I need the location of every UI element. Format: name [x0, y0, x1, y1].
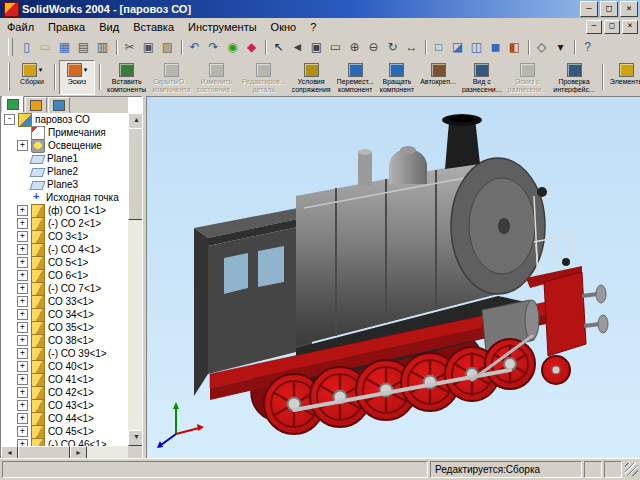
resize-grip[interactable]: [625, 463, 638, 476]
tree-root-item[interactable]: - паровоз СО: [1, 113, 128, 126]
mate-button[interactable]: ▾ Условия сопряжения: [289, 60, 334, 95]
propertymanager-tab[interactable]: [25, 97, 47, 113]
tree-vertical-scrollbar[interactable]: ▲ ▼: [128, 113, 143, 446]
tree-expander[interactable]: +: [17, 400, 28, 411]
print-icon[interactable]: ▤: [74, 37, 93, 58]
copy-icon[interactable]: ▣: [139, 37, 158, 58]
rotate-component-button[interactable]: ▾ Вращать компонент: [377, 60, 417, 95]
tree-expander[interactable]: +: [17, 205, 28, 216]
tree-item[interactable]: + СО 41<1>: [1, 373, 128, 386]
tree-item[interactable]: + СО 43<1>: [1, 399, 128, 412]
print-preview-icon[interactable]: ▥: [93, 37, 112, 58]
tree-expander[interactable]: +: [17, 439, 28, 446]
tree-item[interactable]: + (-) СО 7<1>: [1, 282, 128, 295]
tree-item[interactable]: Исходная точка: [1, 191, 128, 204]
standard-views-icon[interactable]: ◇: [532, 37, 551, 58]
standard-views-arrow-icon[interactable]: ▾: [551, 37, 570, 58]
tree-item[interactable]: + СО 33<1>: [1, 295, 128, 308]
tree-expander[interactable]: +: [17, 140, 28, 151]
insert-component-button[interactable]: ▾ Вставить компоненты: [104, 60, 149, 95]
zoom-fit-icon[interactable]: ▣: [307, 37, 326, 58]
tree-item[interactable]: + (-) СО 39<1>: [1, 347, 128, 360]
tree-expander[interactable]: +: [17, 257, 28, 268]
solidworks-app-icon[interactable]: [4, 2, 19, 17]
menu-tools[interactable]: Инструменты: [181, 20, 264, 34]
tree-item[interactable]: Plane1: [1, 152, 128, 165]
tree-item[interactable]: + СО 34<1>: [1, 308, 128, 321]
tree-expander[interactable]: +: [17, 322, 28, 333]
tree-expander[interactable]: +: [17, 387, 28, 398]
hidden-lines-removed-icon[interactable]: ◫: [467, 37, 486, 58]
undo-icon[interactable]: ↶: [185, 37, 204, 58]
save-icon[interactable]: ▦: [55, 37, 74, 58]
tree-expander[interactable]: +: [17, 270, 28, 281]
tree-expander[interactable]: +: [17, 361, 28, 372]
tree-item[interactable]: + СО 45<1>: [1, 425, 128, 438]
rebuild-icon[interactable]: ◉: [223, 37, 242, 58]
tree-item[interactable]: Примечания: [1, 126, 128, 139]
close-button[interactable]: ×: [620, 1, 638, 17]
menu-help[interactable]: ?: [303, 20, 323, 34]
previous-view-icon[interactable]: ◄: [288, 37, 307, 58]
features-button[interactable]: ▾ Элементы: [607, 60, 640, 95]
edit-color-icon[interactable]: ◆: [242, 37, 261, 58]
tree-item[interactable]: + (-) СО 4<1>: [1, 243, 128, 256]
interference-check-button[interactable]: ▾ Проверка интерфейс...: [550, 60, 598, 95]
title-bar[interactable]: SolidWorks 2004 - [паровоз СО] – □ ×: [0, 0, 640, 18]
tree-expander[interactable]: +: [17, 413, 28, 424]
tree-expander[interactable]: -: [4, 114, 15, 125]
tree-item[interactable]: + СО 42<1>: [1, 386, 128, 399]
menu-view[interactable]: Вид: [92, 20, 126, 34]
assemblies-palette-button[interactable]: ▾ Сборки: [14, 60, 50, 95]
section-view-icon[interactable]: ◧: [505, 37, 524, 58]
mdi-minimize-button[interactable]: –: [586, 20, 602, 34]
tree-item[interactable]: + СО 3<1>: [1, 230, 128, 243]
graphics-area[interactable]: [146, 96, 640, 461]
paste-icon[interactable]: ▨: [158, 37, 177, 58]
open-icon[interactable]: ▭: [36, 37, 55, 58]
tree-item[interactable]: Plane3: [1, 178, 128, 191]
exploded-view-button[interactable]: ▾ Вид с разнесени...: [459, 60, 505, 95]
hide-show-component-button[interactable]: ▾ Скрыть/О... компонента: [149, 60, 193, 95]
tree-item[interactable]: + Освещение: [1, 139, 128, 152]
new-document-icon[interactable]: ▯: [17, 37, 36, 58]
cut-icon[interactable]: ✂: [120, 37, 139, 58]
tree-expander[interactable]: +: [17, 309, 28, 320]
hidden-lines-visible-icon[interactable]: ◪: [448, 37, 467, 58]
change-suppression-button[interactable]: ▾ Изменить состояние...: [194, 60, 239, 95]
help-icon[interactable]: ?: [578, 37, 597, 58]
tree-item[interactable]: + СО 35<1>: [1, 321, 128, 334]
zoom-out-icon[interactable]: ⊖: [364, 37, 383, 58]
minimize-button[interactable]: –: [580, 1, 598, 17]
select-icon[interactable]: ↖: [269, 37, 288, 58]
featuremanager-tab[interactable]: [2, 96, 24, 113]
shaded-icon[interactable]: ◼: [486, 37, 505, 58]
menu-insert[interactable]: Вставка: [126, 20, 181, 34]
explode-line-sketch-button[interactable]: ▾ Эскиз с разнесени...: [505, 60, 551, 95]
tree-item[interactable]: + СО 44<1>: [1, 412, 128, 425]
tree-item[interactable]: + (ф) СО 1<1>: [1, 204, 128, 217]
wireframe-icon[interactable]: □: [429, 37, 448, 58]
maximize-button[interactable]: □: [600, 1, 618, 17]
rotate-view-icon[interactable]: ↻: [383, 37, 402, 58]
pan-icon[interactable]: ↔: [402, 37, 421, 58]
tree-expander[interactable]: +: [17, 244, 28, 255]
tree-expander[interactable]: +: [17, 335, 28, 346]
tree-expander[interactable]: +: [17, 218, 28, 229]
tree-item[interactable]: + СО 40<1>: [1, 360, 128, 373]
tree-expander[interactable]: +: [17, 231, 28, 242]
tree-item[interactable]: + СО 6<1>: [1, 269, 128, 282]
tree-expander[interactable]: +: [17, 283, 28, 294]
menu-window[interactable]: Окно: [264, 20, 304, 34]
tree-expander[interactable]: +: [17, 374, 28, 385]
edit-part-button[interactable]: ▾ Редактиров... деталь: [239, 60, 289, 95]
redo-icon[interactable]: ↷: [204, 37, 223, 58]
zoom-in-icon[interactable]: ⊕: [345, 37, 364, 58]
tree-item[interactable]: + (-) СО 2<1>: [1, 217, 128, 230]
tree-item[interactable]: + СО 38<1>: [1, 334, 128, 347]
sketch-button[interactable]: ▾ Эскиз: [59, 60, 95, 95]
tree-expander[interactable]: +: [17, 348, 28, 359]
tree-expander[interactable]: +: [17, 426, 28, 437]
smartmates-button[interactable]: ▾ Автокреп...: [417, 60, 459, 95]
mdi-restore-button[interactable]: □: [604, 20, 620, 34]
